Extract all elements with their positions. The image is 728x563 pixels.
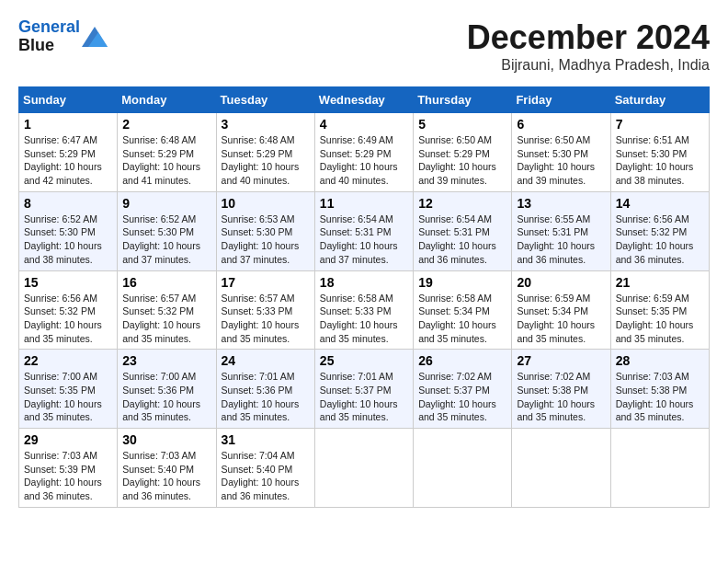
- calendar-cell: 28 Sunrise: 7:03 AM Sunset: 5:38 PM Dayl…: [610, 350, 709, 429]
- day-detail: Sunrise: 7:02 AM Sunset: 5:37 PM Dayligh…: [418, 371, 496, 422]
- day-detail: Sunrise: 6:48 AM Sunset: 5:29 PM Dayligh…: [122, 134, 200, 186]
- calendar-cell: [414, 429, 512, 508]
- day-number: 29: [24, 432, 112, 447]
- day-number: 27: [517, 353, 605, 368]
- calendar-cell: 23 Sunrise: 7:00 AM Sunset: 5:36 PM Dayl…: [118, 350, 216, 429]
- day-number: 9: [122, 196, 210, 211]
- calendar-cell: 19 Sunrise: 6:58 AM Sunset: 5:34 PM Dayl…: [414, 270, 512, 350]
- day-number: 31: [222, 432, 310, 447]
- day-number: 19: [418, 275, 506, 290]
- calendar-cell: 26 Sunrise: 7:02 AM Sunset: 5:37 PM Dayl…: [414, 350, 512, 429]
- day-detail: Sunrise: 7:01 AM Sunset: 5:37 PM Dayligh…: [320, 371, 398, 422]
- day-detail: Sunrise: 7:00 AM Sunset: 5:36 PM Dayligh…: [122, 371, 200, 422]
- day-detail: Sunrise: 7:03 AM Sunset: 5:40 PM Dayligh…: [122, 450, 200, 501]
- calendar-cell: 6 Sunrise: 6:50 AM Sunset: 5:30 PM Dayli…: [512, 113, 610, 192]
- day-number: 8: [24, 196, 112, 211]
- day-detail: Sunrise: 7:01 AM Sunset: 5:36 PM Dayligh…: [222, 371, 300, 422]
- calendar-cell: 13 Sunrise: 6:55 AM Sunset: 5:31 PM Dayl…: [512, 191, 610, 270]
- calendar-cell: 3 Sunrise: 6:48 AM Sunset: 5:29 PM Dayli…: [216, 113, 314, 192]
- calendar-cell: 9 Sunrise: 6:52 AM Sunset: 5:30 PM Dayli…: [118, 191, 216, 270]
- day-detail: Sunrise: 6:59 AM Sunset: 5:34 PM Dayligh…: [517, 293, 595, 344]
- day-number: 20: [517, 275, 605, 290]
- weekday-header-row: SundayMondayTuesdayWednesdayThursdayFrid…: [19, 87, 710, 113]
- calendar-cell: 1 Sunrise: 6:47 AM Sunset: 5:29 PM Dayli…: [19, 113, 118, 192]
- calendar-cell: [314, 429, 413, 508]
- day-number: 11: [320, 196, 408, 211]
- logo-icon: [82, 27, 108, 47]
- day-number: 10: [222, 196, 310, 211]
- title-section: December 2024 Bijrauni, Madhya Pradesh, …: [467, 18, 710, 74]
- calendar-cell: 4 Sunrise: 6:49 AM Sunset: 5:29 PM Dayli…: [314, 113, 413, 192]
- weekday-monday: Monday: [118, 87, 216, 113]
- day-detail: Sunrise: 6:56 AM Sunset: 5:32 PM Dayligh…: [616, 213, 694, 265]
- day-detail: Sunrise: 7:03 AM Sunset: 5:39 PM Dayligh…: [24, 450, 102, 501]
- day-number: 30: [122, 432, 210, 447]
- calendar-cell: 21 Sunrise: 6:59 AM Sunset: 5:35 PM Dayl…: [610, 270, 709, 350]
- logo-text: General Blue: [18, 18, 80, 55]
- day-detail: Sunrise: 6:58 AM Sunset: 5:34 PM Dayligh…: [418, 293, 496, 344]
- weekday-thursday: Thursday: [414, 87, 512, 113]
- calendar-cell: 31 Sunrise: 7:04 AM Sunset: 5:40 PM Dayl…: [216, 429, 314, 508]
- calendar-cell: 10 Sunrise: 6:53 AM Sunset: 5:30 PM Dayl…: [216, 191, 314, 270]
- week-row-1: 1 Sunrise: 6:47 AM Sunset: 5:29 PM Dayli…: [19, 113, 710, 192]
- day-detail: Sunrise: 6:55 AM Sunset: 5:31 PM Dayligh…: [517, 213, 595, 265]
- day-number: 22: [24, 353, 112, 368]
- month-title: December 2024: [467, 18, 710, 57]
- weekday-tuesday: Tuesday: [216, 87, 314, 113]
- calendar-cell: 18 Sunrise: 6:58 AM Sunset: 5:33 PM Dayl…: [314, 270, 413, 350]
- day-detail: Sunrise: 7:00 AM Sunset: 5:35 PM Dayligh…: [24, 371, 102, 422]
- day-detail: Sunrise: 6:51 AM Sunset: 5:30 PM Dayligh…: [616, 134, 694, 186]
- day-number: 4: [320, 117, 408, 132]
- day-detail: Sunrise: 6:53 AM Sunset: 5:30 PM Dayligh…: [222, 213, 300, 265]
- week-row-2: 8 Sunrise: 6:52 AM Sunset: 5:30 PM Dayli…: [19, 191, 710, 270]
- calendar-cell: 12 Sunrise: 6:54 AM Sunset: 5:31 PM Dayl…: [414, 191, 512, 270]
- day-number: 12: [418, 196, 506, 211]
- page-header: General Blue December 2024 Bijrauni, Mad…: [18, 18, 710, 79]
- location-title: Bijrauni, Madhya Pradesh, India: [467, 57, 710, 74]
- calendar-cell: 7 Sunrise: 6:51 AM Sunset: 5:30 PM Dayli…: [610, 113, 709, 192]
- calendar-cell: 20 Sunrise: 6:59 AM Sunset: 5:34 PM Dayl…: [512, 270, 610, 350]
- calendar-cell: 14 Sunrise: 6:56 AM Sunset: 5:32 PM Dayl…: [610, 191, 709, 270]
- calendar-cell: 16 Sunrise: 6:57 AM Sunset: 5:32 PM Dayl…: [118, 270, 216, 350]
- day-number: 1: [24, 117, 112, 132]
- calendar-cell: 17 Sunrise: 6:57 AM Sunset: 5:33 PM Dayl…: [216, 270, 314, 350]
- day-number: 25: [320, 353, 408, 368]
- weekday-friday: Friday: [512, 87, 610, 113]
- day-detail: Sunrise: 7:02 AM Sunset: 5:38 PM Dayligh…: [517, 371, 595, 422]
- day-number: 6: [517, 117, 605, 132]
- day-detail: Sunrise: 6:52 AM Sunset: 5:30 PM Dayligh…: [122, 213, 200, 265]
- calendar-cell: [610, 429, 709, 508]
- day-detail: Sunrise: 6:57 AM Sunset: 5:33 PM Dayligh…: [222, 293, 300, 344]
- day-number: 7: [616, 117, 704, 132]
- week-row-4: 22 Sunrise: 7:00 AM Sunset: 5:35 PM Dayl…: [19, 350, 710, 429]
- day-number: 16: [122, 275, 210, 290]
- logo: General Blue: [18, 18, 108, 55]
- calendar-cell: 11 Sunrise: 6:54 AM Sunset: 5:31 PM Dayl…: [314, 191, 413, 270]
- calendar-cell: 29 Sunrise: 7:03 AM Sunset: 5:39 PM Dayl…: [19, 429, 118, 508]
- calendar-cell: 24 Sunrise: 7:01 AM Sunset: 5:36 PM Dayl…: [216, 350, 314, 429]
- day-number: 23: [122, 353, 210, 368]
- day-detail: Sunrise: 6:52 AM Sunset: 5:30 PM Dayligh…: [24, 213, 102, 265]
- day-detail: Sunrise: 6:50 AM Sunset: 5:29 PM Dayligh…: [418, 134, 496, 186]
- day-number: 18: [320, 275, 408, 290]
- day-number: 28: [616, 353, 704, 368]
- day-detail: Sunrise: 6:48 AM Sunset: 5:29 PM Dayligh…: [222, 134, 300, 186]
- weekday-saturday: Saturday: [610, 87, 709, 113]
- day-number: 24: [222, 353, 310, 368]
- day-detail: Sunrise: 6:50 AM Sunset: 5:30 PM Dayligh…: [517, 134, 595, 186]
- day-number: 26: [418, 353, 506, 368]
- day-detail: Sunrise: 6:47 AM Sunset: 5:29 PM Dayligh…: [24, 134, 102, 186]
- day-detail: Sunrise: 6:57 AM Sunset: 5:32 PM Dayligh…: [122, 293, 200, 344]
- weekday-wednesday: Wednesday: [314, 87, 413, 113]
- day-number: 14: [616, 196, 704, 211]
- day-number: 21: [616, 275, 704, 290]
- day-detail: Sunrise: 6:54 AM Sunset: 5:31 PM Dayligh…: [320, 213, 398, 265]
- calendar-cell: 2 Sunrise: 6:48 AM Sunset: 5:29 PM Dayli…: [118, 113, 216, 192]
- day-detail: Sunrise: 7:03 AM Sunset: 5:38 PM Dayligh…: [616, 371, 694, 422]
- calendar-cell: 27 Sunrise: 7:02 AM Sunset: 5:38 PM Dayl…: [512, 350, 610, 429]
- day-detail: Sunrise: 6:56 AM Sunset: 5:32 PM Dayligh…: [24, 293, 102, 344]
- weekday-sunday: Sunday: [19, 87, 118, 113]
- day-detail: Sunrise: 6:49 AM Sunset: 5:29 PM Dayligh…: [320, 134, 398, 186]
- day-number: 2: [122, 117, 210, 132]
- day-detail: Sunrise: 7:04 AM Sunset: 5:40 PM Dayligh…: [222, 450, 300, 501]
